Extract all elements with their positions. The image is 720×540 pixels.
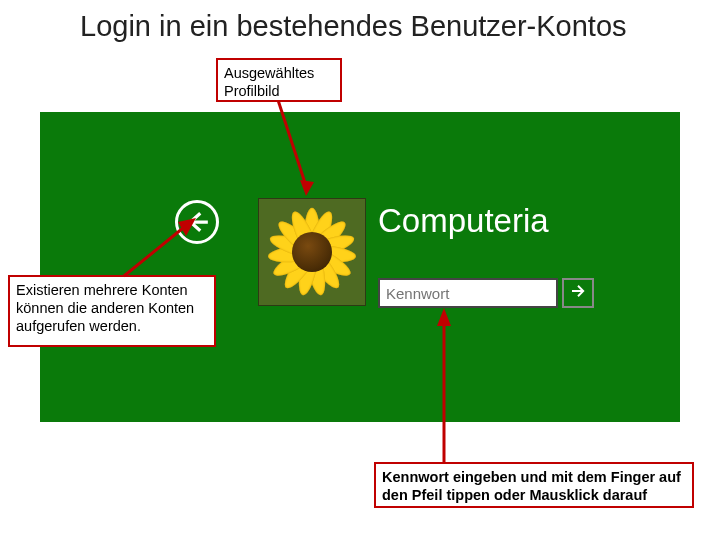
profile-picture bbox=[258, 198, 366, 306]
arrow-right-icon bbox=[569, 282, 587, 304]
callout-profile-picture: Ausgewähltes Profilbild bbox=[216, 58, 342, 102]
page-title: Login in ein bestehendes Benutzer-Kontos bbox=[80, 10, 660, 43]
callout-switch-user: Existieren mehrere Konten können die and… bbox=[8, 275, 216, 347]
sunflower-icon bbox=[259, 199, 365, 305]
submit-button[interactable] bbox=[562, 278, 594, 308]
arrow-left-icon bbox=[184, 209, 210, 235]
slide: Login in ein bestehendes Benutzer-Kontos bbox=[0, 0, 720, 540]
username-label: Computeria bbox=[378, 202, 549, 240]
callout-password: Kennwort eingeben und mit dem Finger auf… bbox=[374, 462, 694, 508]
password-input[interactable] bbox=[378, 278, 558, 308]
password-row bbox=[378, 278, 598, 308]
switch-user-button[interactable] bbox=[175, 200, 219, 244]
